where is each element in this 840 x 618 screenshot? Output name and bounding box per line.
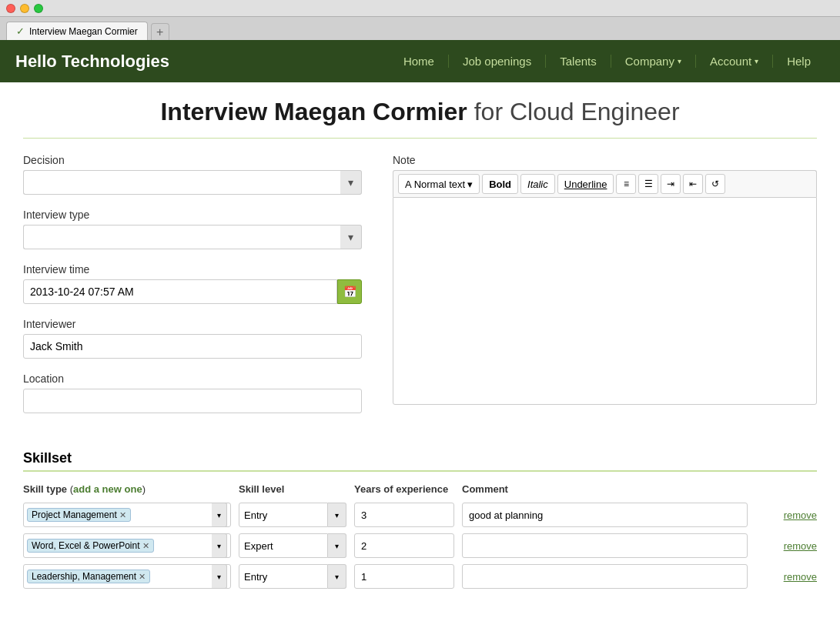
bold-button[interactable]: Bold <box>482 174 518 194</box>
font-label: Normal text <box>414 179 465 190</box>
years-input-1[interactable]: 3 <box>354 503 454 527</box>
years-input-2[interactable]: 2 <box>354 533 454 558</box>
comment-input-3[interactable] <box>462 564 748 589</box>
skill-comment-2 <box>462 533 748 558</box>
nav-company[interactable]: Company ▾ <box>611 55 696 68</box>
skill-type-dropdown-1[interactable]: ▾ <box>212 503 227 527</box>
decision-select-wrapper[interactable]: ▾ <box>23 170 362 195</box>
unordered-list-icon[interactable]: ☰ <box>638 174 658 194</box>
skill-type-input-1[interactable]: Project Management ✕ ▾ <box>23 503 231 527</box>
indent-icon[interactable]: ⇥ <box>661 174 681 194</box>
maximize-button[interactable] <box>34 4 43 13</box>
minimize-button[interactable] <box>20 4 29 13</box>
font-style-button[interactable]: A Normal text ▾ <box>398 174 480 194</box>
interviewer-group: Interviewer Jack Smith <box>23 318 362 359</box>
skill-comment-1: good at planning <box>462 503 748 527</box>
nav-home[interactable]: Home <box>390 55 449 68</box>
skill-comment-3 <box>462 564 748 589</box>
skill-level-dropdown-2[interactable]: Entry Expert Intermediate <box>239 533 328 558</box>
remove-tag-icon-1[interactable]: ✕ <box>119 510 126 520</box>
skill-level-select-2[interactable]: Entry Expert Intermediate ▾ <box>239 533 346 558</box>
skill-type-dropdown-3[interactable]: ▾ <box>212 564 227 589</box>
skill-tag-label-3: Leadership, Management <box>32 571 136 582</box>
remove-skill-3[interactable]: remove <box>755 571 817 583</box>
location-input[interactable] <box>23 389 362 413</box>
window-chrome <box>0 0 840 17</box>
remove-tag-icon-3[interactable]: ✕ <box>139 572 146 582</box>
skill-row: Leadership, Management ✕ ▾ Entry Expert … <box>23 564 817 589</box>
interview-time-group: Interview time 2013-10-24 07:57 AM 📅 <box>23 263 362 304</box>
interviewer-label: Interviewer <box>23 318 362 330</box>
decision-select-arrow[interactable]: ▾ <box>340 170 362 195</box>
outdent-icon[interactable]: ⇤ <box>683 174 703 194</box>
close-button[interactable] <box>6 4 15 13</box>
underline-button[interactable]: Underline <box>557 174 614 194</box>
skill-level-select-1[interactable]: Entry Expert Intermediate ▾ <box>239 503 346 527</box>
skill-row: Project Management ✕ ▾ Entry Expert Inte… <box>23 503 817 527</box>
check-icon: ✓ <box>16 25 25 37</box>
skill-level-dropdown-3[interactable]: Entry Expert Intermediate <box>239 564 328 589</box>
candidate-name: Interview Maegan Cormier <box>160 98 467 125</box>
chevron-down-icon: ▾ <box>755 57 758 65</box>
location-label: Location <box>23 372 362 385</box>
interview-time-input[interactable]: 2013-10-24 07:57 AM <box>23 279 337 304</box>
skill-tag-label-1: Project Management <box>32 509 117 520</box>
comment-header: Comment <box>462 483 748 495</box>
interview-type-select-arrow[interactable]: ▾ <box>340 225 362 249</box>
decision-select[interactable] <box>23 170 340 195</box>
skill-type-header: Skill type (add a new one) <box>23 483 231 495</box>
page-title: Interview Maegan Cormier for Cloud Engin… <box>23 98 817 126</box>
undo-icon[interactable]: ↺ <box>705 174 725 194</box>
remove-tag-icon-2[interactable]: ✕ <box>142 541 149 551</box>
skill-tag-2: Word, Excel & PowerPoint ✕ <box>27 539 154 553</box>
skill-type-input-3[interactable]: Leadership, Management ✕ ▾ <box>23 564 231 589</box>
job-title: for Cloud Engineer <box>474 98 680 125</box>
comment-input-2[interactable] <box>462 533 748 558</box>
skill-years-3: 1 <box>354 564 454 589</box>
italic-button[interactable]: Italic <box>520 174 555 194</box>
form-layout: Decision ▾ Interview type ▾ <box>23 154 817 427</box>
skillset-header: Skill type (add a new one) Skill level Y… <box>23 483 817 495</box>
interview-type-select-wrapper[interactable]: ▾ <box>23 225 362 249</box>
interview-time-label: Interview time <box>23 263 362 276</box>
chevron-down-icon: ▾ <box>678 57 681 65</box>
nav-account[interactable]: Account ▾ <box>696 55 773 68</box>
skill-years-2: 2 <box>354 533 454 558</box>
comment-input-1[interactable]: good at planning <box>462 503 748 527</box>
tab-label: Interview Maegan Cormier <box>29 26 138 37</box>
main-content: Interview Maegan Cormier for Cloud Engin… <box>0 82 840 618</box>
active-tab[interactable]: ✓ Interview Maegan Cormier <box>6 22 148 40</box>
calendar-icon[interactable]: 📅 <box>337 279 362 304</box>
nav-help[interactable]: Help <box>773 55 825 68</box>
skill-level-dropdown-1[interactable]: Entry Expert Intermediate <box>239 503 328 527</box>
skill-level-arrow-1[interactable]: ▾ <box>328 503 346 527</box>
skill-type-dropdown-2[interactable]: ▾ <box>212 533 227 558</box>
skillset-section: Skillset Skill type (add a new one) Skil… <box>23 450 817 589</box>
interview-type-select[interactable] <box>23 225 340 249</box>
interviewer-input[interactable]: Jack Smith <box>23 334 362 359</box>
remove-skill-1[interactable]: remove <box>755 509 817 521</box>
add-skill-link[interactable]: add a new one <box>73 483 142 495</box>
skill-tag-3: Leadership, Management ✕ <box>27 570 150 583</box>
add-tab-button[interactable]: + <box>151 23 169 40</box>
decision-label: Decision <box>23 154 362 166</box>
skillset-title: Skillset <box>23 450 817 472</box>
years-input-3[interactable]: 1 <box>354 564 454 589</box>
skill-level-header: Skill level <box>239 483 346 495</box>
skill-level-select-3[interactable]: Entry Expert Intermediate ▾ <box>239 564 346 589</box>
ordered-list-icon[interactable]: ≡ <box>616 174 636 194</box>
interview-type-label: Interview type <box>23 209 362 221</box>
note-textarea[interactable] <box>393 197 817 405</box>
interview-type-group: Interview type ▾ <box>23 209 362 249</box>
skill-level-arrow-2[interactable]: ▾ <box>328 533 346 558</box>
nav-job-openings[interactable]: Job openings <box>449 55 546 68</box>
datetime-wrapper: 2013-10-24 07:57 AM 📅 <box>23 279 362 304</box>
remove-skill-2[interactable]: remove <box>755 540 817 552</box>
navbar: Hello Technologies Home Job openings Tal… <box>0 40 840 82</box>
skill-type-input-2[interactable]: Word, Excel & PowerPoint ✕ ▾ <box>23 533 231 558</box>
nav-links: Home Job openings Talents Company ▾ Acco… <box>390 55 825 68</box>
nav-talents[interactable]: Talents <box>546 55 611 68</box>
note-toolbar: A Normal text ▾ Bold Italic Underline ≡ … <box>393 170 817 197</box>
skill-type-label: Skill type <box>23 483 67 495</box>
skill-level-arrow-3[interactable]: ▾ <box>328 564 346 589</box>
